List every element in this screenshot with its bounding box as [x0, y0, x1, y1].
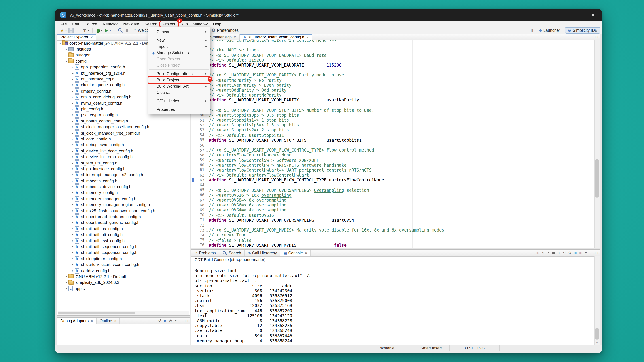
collapsed-arrow-icon[interactable]: ▸ — [64, 287, 68, 290]
code-line-66[interactable]: 66// <usartOVS16=> 16x oversampling — [192, 193, 595, 198]
tree-item-sl-rail-util-pti-config-h[interactable]: ▸hsl_rail_util_pti_config.h — [57, 232, 190, 238]
tab-project-explorer[interactable]: Project Explorer× — [57, 34, 96, 40]
code-line-73[interactable]: 73// <o SL_UARTDRV_USART_VCOM_MVDIS> Maj… — [192, 228, 595, 232]
close-tab-icon[interactable]: × — [306, 35, 308, 39]
editor-content[interactable]: 35// <<< Use Configuration Wizard in Con… — [192, 40, 595, 248]
code-line-70[interactable]: 70// <i> Default: usartOVS16 — [192, 213, 595, 217]
menu-search[interactable]: Search — [142, 21, 160, 26]
tree-item-sl-debug-swo-config-h[interactable]: ▸hsl_debug_swo_config.h — [57, 142, 190, 148]
tree-item-sl-mx25-flash-shutdown-usart-config-h[interactable]: ▸hsl_mx25_flash_shutdown_usart_config.h — [57, 208, 190, 214]
pin-console-icon[interactable]: ⊙ — [568, 251, 572, 255]
collapsed-arrow-icon[interactable]: ▸ — [71, 263, 75, 266]
word-wrap-icon[interactable]: ↵ — [562, 251, 566, 255]
minimize-button[interactable] — [548, 9, 566, 21]
clear-console-icon[interactable]: ▭ — [552, 251, 556, 255]
debug-icon[interactable]: ▾ — [96, 28, 102, 32]
code-line-75[interactable]: 75// <false=> False — [192, 238, 595, 242]
code-line-63[interactable]: 63#define SL_UARTDRV_USART_VCOM_FLOW_CON… — [192, 178, 595, 183]
code-line-39[interactable]: 39// <i> Default: 115200 — [192, 58, 595, 62]
tree-item-gnu-arm-v12-2-1-default[interactable]: ▸GNU ARM v12.2.1 - Default — [57, 274, 190, 280]
menu-item-import[interactable]: Import▸ — [148, 43, 210, 50]
code-line-56[interactable]: 56 — [192, 143, 595, 147]
disconnect-icon[interactable]: ⊗ — [168, 319, 172, 323]
preferences-button[interactable]: ⚙ Preferences — [212, 27, 238, 33]
code-line-48[interactable]: 48 — [192, 103, 595, 107]
code-line-46[interactable]: 46// <i> Default: usartNoParity — [192, 92, 595, 97]
fold-toggle-icon[interactable] — [205, 187, 209, 192]
open-perspective-icon[interactable]: ◫ — [529, 28, 533, 32]
code-line-51[interactable]: 51// <usartStopbits1=> 1 stop bits — [192, 117, 595, 122]
code-line-44[interactable]: 44// <usartEvenParity=> Even parity — [192, 82, 595, 87]
collapsed-arrow-icon[interactable]: ▸ — [71, 233, 75, 236]
tab-search[interactable]: Search — [219, 250, 245, 256]
console-output[interactable]: Running size tool arm-none-eabi-size "ot… — [194, 268, 594, 345]
code-line-59[interactable]: 59// <uartdrvFlowControlSw=> Software XO… — [192, 158, 595, 162]
code-line-57[interactable]: 57// <o SL_UARTDRV_USART_VCOM_FLOW_CONTR… — [192, 147, 595, 152]
collapsed-arrow-icon[interactable]: ▸ — [71, 257, 75, 261]
tree-item-sl-interrupt-manager-s2-config-h[interactable]: ▸hsl_interrupt_manager_s2_config.h — [57, 172, 190, 178]
collapsed-arrow-icon[interactable]: ▸ — [71, 155, 75, 159]
code-line-76[interactable]: 76#define SL_UARTDRV_USART_VCOM_MVDIS fa… — [192, 242, 595, 247]
close-tab-icon[interactable]: × — [90, 35, 92, 39]
tree-item-sl-device-init-dcdc-config-h[interactable]: ▸hsl_device_init_dcdc_config.h — [57, 148, 190, 154]
fold-toggle-icon[interactable] — [205, 228, 209, 232]
tab-problems[interactable]: ⚠Problems — [192, 250, 219, 256]
close-button[interactable]: ✕ — [584, 9, 602, 21]
collapsed-arrow-icon[interactable]: ▸ — [71, 161, 75, 165]
collapsed-arrow-icon[interactable]: ▸ — [71, 227, 75, 231]
collapsed-arrow-icon[interactable]: ▸ — [71, 119, 75, 123]
collapsed-arrow-icon[interactable]: ▸ — [71, 173, 75, 177]
collapsed-arrow-icon[interactable]: ▸ — [71, 221, 75, 225]
scroll-lock-icon[interactable]: ↕ — [557, 251, 561, 255]
collapsed-arrow-icon[interactable]: ▸ — [71, 77, 75, 81]
new-wizard-icon[interactable]: ★▾ — [60, 27, 67, 33]
collapsed-arrow-icon[interactable]: ▸ — [71, 215, 75, 219]
tree-item-sl-clock-manager-oscillator-config-h[interactable]: ▸hsl_clock_manager_oscillator_config.h — [57, 124, 190, 130]
collapsed-arrow-icon[interactable]: ▸ — [64, 281, 68, 285]
collapsed-arrow-icon[interactable]: ▸ — [71, 179, 75, 183]
tree-item-sl-rail-util-rssi-config-h[interactable]: ▸hsl_rail_util_rssi_config.h — [57, 238, 190, 244]
collapsed-arrow-icon[interactable]: ▸ — [71, 203, 75, 206]
scroll-down-icon[interactable]: ▼ — [595, 244, 599, 248]
tab-outline[interactable]: Outline× — [96, 318, 120, 324]
refresh-icon[interactable]: ↺ — [158, 319, 162, 323]
scroll-down-icon[interactable]: ▼ — [595, 341, 599, 345]
scrollbar-thumb[interactable] — [595, 328, 599, 340]
view-menu-icon[interactable]: ▾ — [174, 319, 178, 323]
code-line-68[interactable]: 68// <usartOVS6=> 6x oversampling — [192, 202, 595, 207]
tree-item-sl-openthread-generic-config-h[interactable]: ▸hsl_openthread_generic_config.h — [57, 220, 190, 226]
display-console-icon[interactable]: ▥ — [573, 251, 577, 255]
tree-item-sl-openthread-features-config-h[interactable]: ▸hsl_openthread_features_config.h — [57, 214, 190, 220]
code-line-43[interactable]: 43// <usartNoParity=> No Parity — [192, 77, 595, 82]
collapsed-arrow-icon[interactable]: ▸ — [71, 131, 75, 135]
scrollbar-thumb[interactable] — [58, 312, 135, 314]
open-console-icon[interactable]: ▦ — [579, 251, 582, 255]
tree-item-sl-mbedtls-device-config-h[interactable]: ▸hsl_mbedtls_device_config.h — [57, 184, 190, 190]
tab-call-hierarchy[interactable]: ⇅Call Hierarchy — [245, 250, 280, 256]
tab-sl-uartdrv-usart-vcom-config-h[interactable]: hsl_uartdrv_usart_vcom_config.h× — [240, 34, 312, 40]
close-tab-icon[interactable]: × — [91, 319, 93, 323]
editor-vertical-scrollbar[interactable]: ▲ ▼ — [594, 40, 600, 248]
menu-help[interactable]: Help — [210, 21, 224, 26]
collapsed-arrow-icon[interactable]: ▸ — [71, 143, 75, 147]
menu-navigate[interactable]: Navigate — [120, 21, 142, 26]
code-line-74[interactable]: 74// <true=> True — [192, 233, 595, 238]
code-line-54[interactable]: 54// <i> Default: usartStopbits1 — [192, 132, 595, 137]
tree-item-sl-board-control-config-h[interactable]: ▸hsl_board_control_config.h — [57, 118, 190, 124]
close-tab-icon[interactable]: × — [114, 319, 116, 323]
tree-item-sl-core-config-h[interactable]: ▸hsl_core_config.h — [57, 136, 190, 142]
scroll-up-icon[interactable]: ▲ — [595, 40, 599, 44]
expanded-arrow-icon[interactable]: ▾ — [58, 41, 62, 45]
menu-window[interactable]: Window — [190, 21, 210, 26]
close-tab-icon[interactable]: × — [305, 251, 307, 255]
collapsed-arrow-icon[interactable]: ▸ — [71, 107, 75, 111]
menu-item-manage-solutions[interactable]: ◆Manage Solutions — [148, 50, 210, 56]
connect-icon[interactable]: ⊕ — [163, 319, 167, 323]
perspective-simplicity-ide[interactable]: ⚙ Simplicity IDE — [565, 27, 600, 33]
code-line-58[interactable]: 58// <uartdrvFlowControlNone=> None — [192, 153, 595, 158]
collapsed-arrow-icon[interactable]: ▸ — [71, 101, 75, 105]
view-menu-icon[interactable]: ▾ — [584, 251, 588, 255]
minimize-view-icon[interactable]: – — [590, 251, 593, 255]
collapsed-arrow-icon[interactable]: ▸ — [71, 65, 75, 69]
tree-item-sl-rail-util-sequencer-config-h[interactable]: ▸hsl_rail_util_sequencer_config.h — [57, 250, 190, 256]
